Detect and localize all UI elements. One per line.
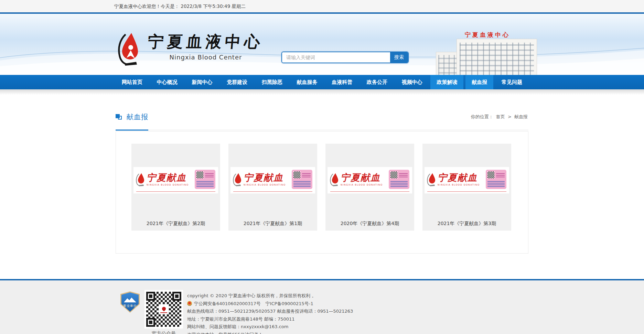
nav-item-news-center[interactable]: 新闻中心 xyxy=(185,75,218,89)
building-photo: 宁夏血液中心 xyxy=(436,30,539,75)
masthead-subtitle: NINGXIA BLOOD DONATINO xyxy=(147,183,189,186)
nav-item-faq[interactable]: 常见问题 xyxy=(495,75,528,89)
newspaper-masthead: 宁夏献血 NINGXIA BLOOD DONATINO xyxy=(230,167,315,193)
visitor-line: 欢迎光临本站，您是第655位访问者！ xyxy=(187,331,353,334)
masthead-qr-icon xyxy=(293,171,300,178)
newspaper-masthead: 宁夏献血 NINGXIA BLOOD DONATINO xyxy=(425,167,509,193)
building-main xyxy=(457,39,537,75)
report-card-caption: 2021年《宁夏献血》第2期 xyxy=(131,221,220,227)
nav-item-policy-interpretation[interactable]: 政策解读 xyxy=(430,75,463,89)
masthead-subtitle: NINGXIA BLOOD DONATINO xyxy=(341,183,383,186)
masthead-subtitle: NINGXIA BLOOD DONATINO xyxy=(244,183,286,186)
nav-item-gov-affairs[interactable]: 政务公开 xyxy=(361,75,394,89)
site-logo[interactable]: 宁夏血液中心 Ningxia Blood Center xyxy=(116,32,264,66)
site-footer: 事业单位 官方公众号 copyright © 2020 宁夏血液中心 版权所有，… xyxy=(0,280,644,334)
page-title: 献血报 xyxy=(127,112,148,122)
datetime-text: 2022/3/8 下午5:30:49 星期二 xyxy=(181,3,246,9)
masthead-title: 宁夏献血 xyxy=(438,172,480,183)
breadcrumb-prefix: 你的位置： xyxy=(471,114,493,119)
nav-item-anti-crime[interactable]: 扫黑除恶 xyxy=(256,75,289,89)
main-nav: 网站首页 中心概况 新闻中心 党群建设 扫黑除恶 献血服务 血液科普 政务公开 … xyxy=(0,75,644,89)
address-line: 地址：宁夏银川市金凤区盈南巷148号 邮编：750011 xyxy=(187,315,353,323)
institution-badge-icon[interactable]: 事业单位 xyxy=(120,291,140,313)
logo-title: 宁夏血液中心 xyxy=(147,32,264,52)
main-content: 献血报 你的位置： 首页 > 献血报 宁夏献血 xyxy=(0,112,644,279)
breadcrumb-home-link[interactable]: 首页 xyxy=(496,114,505,119)
newspaper-masthead: 宁夏献血 NINGXIA BLOOD DONATINO xyxy=(328,167,412,193)
masthead-logo-icon xyxy=(136,172,146,186)
section-divider xyxy=(116,130,528,131)
official-account-qr-code xyxy=(144,290,183,329)
report-list: 宁夏献血 NINGXIA BLOOD DONATINO 2021年《宁夏献血》第… xyxy=(116,131,528,254)
masthead-subtitle: NINGXIA BLOOD DONATINO xyxy=(438,183,480,186)
search-button[interactable]: 搜索 xyxy=(390,52,408,63)
masthead-title: 宁夏献血 xyxy=(244,172,286,183)
logo-drop-icon xyxy=(116,32,143,66)
report-card[interactable]: 宁夏献血 NINGXIA BLOOD DONATINO 2020年《宁夏献血》第… xyxy=(325,144,414,231)
feedback-line: 网站纠错、问题反馈邮箱：nxxyzxxxk@163.com xyxy=(187,323,353,331)
report-card-caption: 2021年《宁夏献血》第3期 xyxy=(422,221,511,227)
nav-item-video-center[interactable]: 视频中心 xyxy=(396,75,429,89)
nav-item-center-overview[interactable]: 中心概况 xyxy=(151,75,184,89)
masthead-logo-icon xyxy=(427,172,437,186)
welcome-text: 宁夏血液中心欢迎您！今天是： xyxy=(114,3,179,9)
masthead-info-box xyxy=(389,170,409,189)
breadcrumb: 你的位置： 首页 > 献血报 xyxy=(470,114,528,120)
masthead-info-box xyxy=(195,170,215,189)
masthead-qr-icon xyxy=(196,171,203,178)
logo-subtitle: Ningxia Blood Center xyxy=(148,54,264,61)
nav-item-blood-science[interactable]: 血液科普 xyxy=(325,75,358,89)
newspaper-masthead: 宁夏献血 NINGXIA BLOOD DONATINO xyxy=(133,167,218,193)
report-card-caption: 2021年《宁夏献血》第1期 xyxy=(228,221,317,227)
breadcrumb-current: 献血报 xyxy=(514,114,528,119)
breadcrumb-separator: > xyxy=(508,114,512,119)
nav-item-party-building[interactable]: 党群建设 xyxy=(221,75,254,89)
institution-badge-label: 事业单位 xyxy=(120,304,140,308)
masthead-info-box xyxy=(486,170,506,189)
site-header: 宁夏血液中心 Ningxia Blood Center 搜索 宁夏血液中心 xyxy=(0,12,644,75)
masthead-qr-icon xyxy=(390,171,397,178)
building-rooftop-sign: 宁夏血液中心 xyxy=(465,31,510,39)
nav-fade-strip xyxy=(0,89,644,95)
section-title-icon xyxy=(116,113,122,120)
hotline-line: 献血热线电话：0951—5021239/5020537 献血服务投诉电话：095… xyxy=(187,308,353,315)
nav-item-home[interactable]: 网站首页 xyxy=(116,75,149,89)
search-input[interactable] xyxy=(282,52,390,63)
report-card-caption: 2020年《宁夏献血》第4期 xyxy=(325,221,414,227)
search-bar: 搜索 xyxy=(281,52,409,63)
qr-center-logo-icon xyxy=(159,304,169,314)
topbar: 宁夏血液中心欢迎您！今天是： 2022/3/8 下午5:30:49 星期二 xyxy=(0,0,644,12)
qr-caption: 官方公众号 xyxy=(144,331,183,334)
report-card[interactable]: 宁夏献血 NINGXIA BLOOD DONATINO 2021年《宁夏献血》第… xyxy=(131,144,220,231)
masthead-logo-icon xyxy=(330,172,340,186)
nav-item-donation-report[interactable]: 献血报 xyxy=(465,75,493,89)
masthead-title: 宁夏献血 xyxy=(341,172,383,183)
report-card[interactable]: 宁夏献血 NINGXIA BLOOD DONATINO 2021年《宁夏献血》第… xyxy=(422,144,511,231)
police-badge-icon xyxy=(187,301,192,306)
icp-record-link[interactable]: 宁ICP备09000215号-1 xyxy=(266,301,313,306)
copyright-line: copyright © 2020 宁夏血液中心 版权所有，并保留所有权利 。 xyxy=(187,292,353,300)
masthead-title: 宁夏献血 xyxy=(147,172,189,183)
nav-item-donation-service[interactable]: 献血服务 xyxy=(291,75,324,89)
report-card[interactable]: 宁夏献血 NINGXIA BLOOD DONATINO 2021年《宁夏献血》第… xyxy=(228,144,317,231)
masthead-logo-icon xyxy=(233,172,243,186)
security-record-link[interactable]: 宁公网安备64010602000317号 xyxy=(194,301,261,306)
masthead-qr-icon xyxy=(487,171,494,178)
masthead-info-box xyxy=(292,170,312,189)
